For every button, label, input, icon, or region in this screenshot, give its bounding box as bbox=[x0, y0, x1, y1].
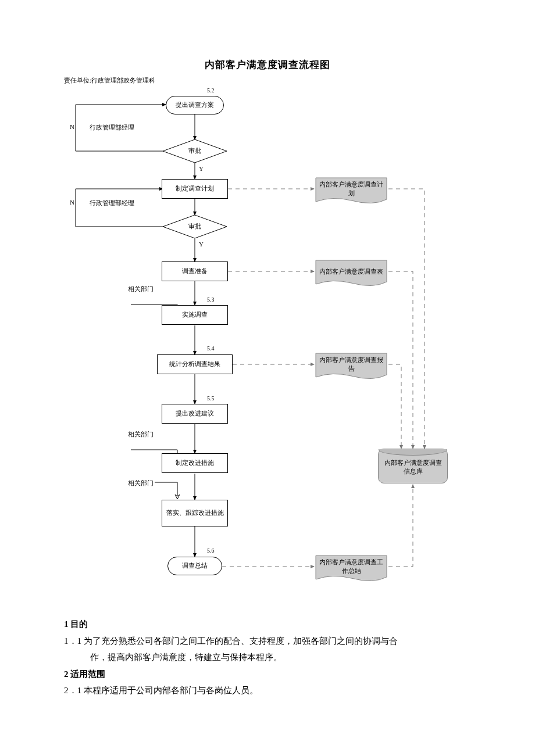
label-mgr-1: 行政管理部经理 bbox=[88, 123, 135, 132]
label-N-1: N bbox=[70, 123, 74, 130]
label-dept-2: 相关部门 bbox=[127, 430, 155, 439]
node-track: 落实、跟踪改进措施 bbox=[162, 500, 228, 526]
label-mgr-2: 行政管理部经理 bbox=[88, 199, 135, 207]
owner-line: 责任单位:行政管理部政务管理科 bbox=[64, 76, 471, 85]
flowchart: 5.2 提出调查方案 行政管理部经理 N 审批 Y 制定调查计划 行政管理部经理… bbox=[64, 87, 471, 593]
doc-plan: 内部客户满意度调查计划 bbox=[315, 177, 387, 200]
node-plan: 制定调查计划 bbox=[162, 179, 228, 199]
node-sugg: 提出改进建议 bbox=[162, 404, 228, 424]
num-5-5: 5.5 bbox=[207, 395, 215, 402]
num-5-3: 5.3 bbox=[207, 296, 215, 303]
node-measure: 制定改进措施 bbox=[162, 453, 228, 473]
doc-table: 内部客户满意度调查表 bbox=[315, 260, 387, 283]
node-prep: 调查准备 bbox=[162, 261, 228, 281]
doc-report: 内部客户满意度调查报告 bbox=[315, 353, 387, 376]
label-dept-3: 相关部门 bbox=[127, 479, 155, 488]
node-summary: 调查总结 bbox=[167, 557, 222, 575]
label-N-2: N bbox=[70, 199, 74, 206]
node-impl: 实施调查 bbox=[162, 305, 228, 325]
section-1-1-line-a: 1．1 为了充分熟悉公司各部门之间工作的配合、支持程度，加强各部门之间的协调与合 bbox=[64, 633, 471, 650]
flow-lines bbox=[64, 87, 471, 593]
node-database: 内部客户满意度调查信息库 bbox=[378, 449, 448, 483]
section-2-1: 2．1 本程序适用于公司内部各部门与各岗位人员。 bbox=[64, 682, 471, 699]
node-approve-2: 审批 bbox=[163, 215, 227, 238]
section-2-heading: 2 适用范围 bbox=[64, 666, 471, 683]
num-5-2: 5.2 bbox=[207, 87, 215, 94]
num-5-6: 5.6 bbox=[207, 547, 215, 554]
num-5-4: 5.4 bbox=[207, 345, 215, 352]
page-title: 内部客户满意度调查流程图 bbox=[64, 58, 471, 71]
node-stat: 统计分析调查结果 bbox=[157, 354, 233, 374]
label-dept-1: 相关部门 bbox=[127, 285, 155, 293]
label-Y-2: Y bbox=[199, 241, 204, 248]
body-text: 1 目的 1．1 为了充分熟悉公司各部门之间工作的配合、支持程度，加强各部门之间… bbox=[64, 616, 471, 699]
section-1-heading: 1 目的 bbox=[64, 616, 471, 633]
node-start: 提出调查方案 bbox=[166, 96, 224, 114]
node-approve-1: 审批 bbox=[163, 139, 227, 163]
section-1-1-line-b: 作，提高内部客户满意度，特建立与保持本程序。 bbox=[64, 649, 471, 666]
doc-summary: 内部客户满意度调查工作总结 bbox=[315, 555, 387, 578]
label-Y-1: Y bbox=[199, 165, 204, 172]
